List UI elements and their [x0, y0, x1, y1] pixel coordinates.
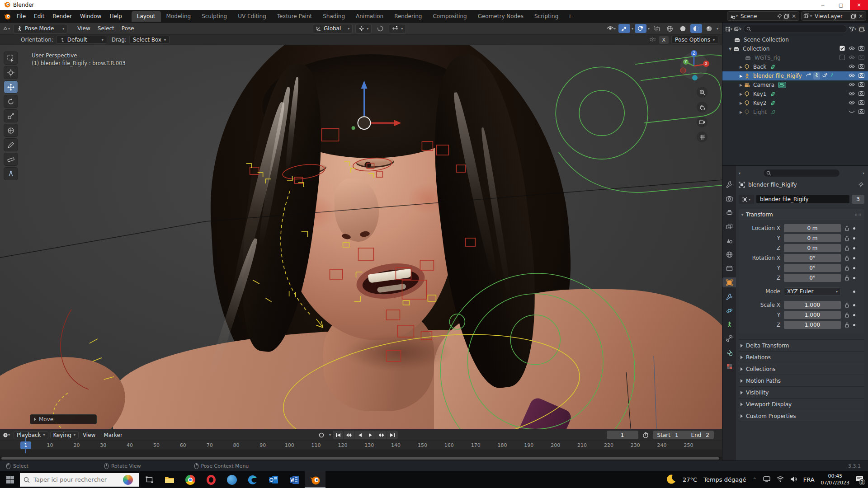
pose-options-dropdown[interactable]: Pose Options ▾	[671, 36, 718, 44]
light-data-icon[interactable]	[770, 91, 776, 97]
id-type-icon[interactable]: ▾	[739, 195, 754, 204]
auto-keying-icon[interactable]	[316, 431, 327, 440]
topbar-menu-item[interactable]: Window	[76, 11, 105, 21]
outliner-row-collection[interactable]: ▼ Collection	[722, 44, 868, 53]
tab-scene[interactable]	[724, 235, 734, 245]
animate-dot-icon[interactable]	[853, 257, 855, 259]
edge-icon[interactable]	[242, 471, 263, 488]
workspace-tab[interactable]: Layout	[132, 11, 161, 22]
outliner-row-scene-collection[interactable]: Scene Collection	[722, 35, 868, 44]
light-data-icon[interactable]	[770, 100, 776, 106]
unlink-scene-icon[interactable]: ✕	[790, 13, 797, 20]
collapse-arrow-icon[interactable]: ▶	[739, 74, 743, 78]
orientation-setting-dropdown[interactable]: Default ▾	[56, 36, 107, 44]
prev-keyframe-button[interactable]	[344, 431, 354, 439]
tool-transform[interactable]	[4, 124, 18, 137]
collapse-arrow-icon[interactable]: ▶	[739, 65, 743, 69]
notification-icon[interactable]: 2	[856, 476, 863, 484]
light-data-icon[interactable]	[770, 64, 776, 70]
tab-render[interactable]	[724, 193, 734, 203]
current-frame-field[interactable]: 1	[607, 431, 638, 439]
jump-to-end-button[interactable]	[387, 431, 398, 439]
lock-open-icon[interactable]	[844, 225, 849, 231]
shading-wireframe-icon[interactable]	[664, 24, 676, 33]
mode-dropdown[interactable]: Pose Mode ▾	[14, 24, 67, 33]
tab-bone-constraint[interactable]	[724, 347, 734, 357]
viewport-menu-item[interactable]: Pose	[118, 24, 138, 33]
topbar-menu-item[interactable]: Help	[105, 11, 126, 21]
workspace-tab[interactable]: UV Editing	[232, 11, 272, 22]
tool-pose-breakdowner[interactable]	[4, 167, 18, 180]
transform-value-field[interactable]: 1.000	[784, 311, 841, 319]
shading-material-icon[interactable]	[690, 24, 702, 33]
pose-mode-icon[interactable]	[813, 72, 820, 80]
properties-search-input[interactable]	[763, 169, 840, 177]
animate-dot-icon[interactable]	[853, 237, 855, 239]
editor-type-icon[interactable]: ▾	[3, 25, 10, 32]
task-view-button[interactable]	[139, 471, 159, 488]
camera-render-icon[interactable]	[859, 100, 864, 106]
tab-tool[interactable]	[724, 179, 734, 189]
lock-open-icon[interactable]	[844, 322, 849, 328]
section-header[interactable]: Collections	[739, 363, 864, 375]
animate-dot-icon[interactable]	[853, 247, 855, 249]
lock-open-icon[interactable]	[844, 235, 849, 241]
new-viewlayer-icon[interactable]	[850, 13, 857, 20]
light-data-icon[interactable]	[770, 109, 776, 115]
language-indicator[interactable]: FRA	[803, 476, 815, 483]
tab-object-data[interactable]	[724, 319, 734, 329]
animate-dot-icon[interactable]	[853, 277, 855, 279]
app-blue-circle-icon[interactable]	[222, 471, 242, 488]
taskbar-clock[interactable]: 00:45 07/07/2023	[821, 473, 849, 486]
eye-icon[interactable]	[849, 91, 855, 97]
viewport-menu-item[interactable]: View	[74, 24, 94, 33]
lock-open-icon[interactable]	[844, 302, 849, 308]
constraint-icon[interactable]	[822, 73, 828, 79]
camera-render-icon[interactable]	[859, 82, 864, 88]
tool-cursor[interactable]	[4, 66, 18, 79]
transform-value-field[interactable]: 0°	[784, 274, 841, 282]
topbar-menu-item[interactable]: Render	[48, 11, 76, 21]
expand-arrow-icon[interactable]: ▼	[728, 47, 732, 51]
animation-action-icon[interactable]	[806, 73, 811, 79]
transform-value-field[interactable]: 1.000	[784, 301, 841, 309]
camera-render-icon[interactable]	[859, 64, 864, 70]
transform-value-field[interactable]: 1.000	[784, 321, 841, 329]
checkbox-unchecked-icon[interactable]	[840, 55, 845, 61]
topbar-menu-item[interactable]: File	[13, 11, 30, 21]
outliner-row-wgts-rig[interactable]: WGTS_rig	[722, 53, 868, 62]
lock-open-icon[interactable]	[844, 245, 849, 251]
timeline-ruler[interactable]: 1102030405060708090100110120130140150160…	[0, 441, 722, 450]
animate-dot-icon[interactable]	[853, 324, 855, 326]
new-scene-icon[interactable]	[783, 13, 790, 20]
workspace-tab[interactable]: Modeling	[161, 11, 197, 22]
workspace-tab[interactable]: Rendering	[389, 11, 427, 22]
tab-view-layer[interactable]	[724, 221, 734, 231]
eye-icon[interactable]	[849, 64, 855, 70]
outliner-row-camera[interactable]: ▶ Camera	[722, 80, 868, 89]
lock-open-icon[interactable]	[844, 312, 849, 318]
animate-dot-icon[interactable]	[853, 227, 855, 230]
maximize-button[interactable]: ▢	[832, 0, 850, 10]
lock-open-icon[interactable]	[844, 265, 849, 271]
blender-taskbar-icon[interactable]	[305, 471, 326, 488]
outlook-icon[interactable]	[263, 471, 284, 488]
section-header[interactable]: Relations	[739, 351, 864, 363]
frame-range-fields[interactable]: Start 1 End 2	[653, 431, 714, 439]
tab-modifiers[interactable]	[724, 291, 734, 301]
tab-bone[interactable]	[724, 333, 734, 343]
workspace-tab[interactable]: Geometry Nodes	[472, 11, 529, 22]
animate-dot-icon[interactable]	[853, 267, 855, 269]
pin-id-icon[interactable]	[857, 181, 864, 188]
outliner-row-back[interactable]: ▶ Back	[722, 62, 868, 71]
transform-value-field[interactable]: 0 m	[784, 244, 841, 252]
viewlayer-selector[interactable]: ▾ ViewLayer ✕	[801, 11, 866, 21]
eye-icon[interactable]	[849, 73, 855, 79]
timeline-editor-icon[interactable]: ▾	[3, 432, 10, 439]
workspace-tab[interactable]: Sculpting	[196, 11, 232, 22]
section-header[interactable]: Visibility	[739, 386, 864, 398]
workspace-tab[interactable]: Animation	[350, 11, 389, 22]
new-collection-icon[interactable]	[858, 25, 865, 33]
file-explorer-icon[interactable]	[159, 471, 180, 488]
xray-toggle[interactable]	[651, 24, 663, 33]
